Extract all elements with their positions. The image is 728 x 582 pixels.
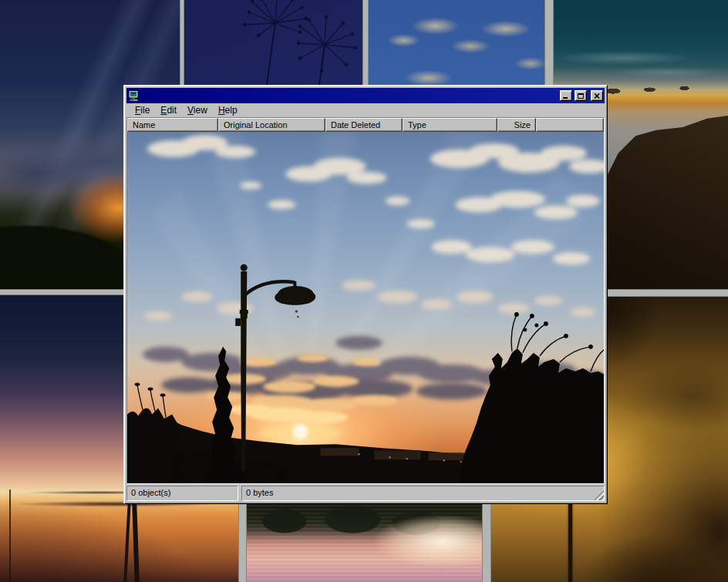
titlebar[interactable] xyxy=(126,88,605,103)
resize-grip[interactable] xyxy=(594,490,604,500)
close-icon xyxy=(594,93,600,99)
column-header-date-deleted[interactable]: Date Deleted xyxy=(325,118,403,132)
column-header-size[interactable]: Size xyxy=(497,118,536,132)
minimize-icon xyxy=(563,97,568,99)
column-header-name[interactable]: Name xyxy=(127,118,218,132)
menu-help[interactable]: Help xyxy=(213,104,243,116)
status-byte-count: 0 bytes xyxy=(241,486,605,501)
statusbar: 0 object(s) 0 bytes xyxy=(126,486,605,501)
minimize-button[interactable] xyxy=(560,90,572,101)
column-header-type[interactable]: Type xyxy=(403,118,497,132)
maximize-button[interactable] xyxy=(575,90,587,101)
menu-view[interactable]: View xyxy=(182,104,213,116)
water-pole xyxy=(132,503,140,582)
right-tree-group-silhouette xyxy=(460,313,604,483)
close-button[interactable] xyxy=(591,90,603,101)
list-view-client: Name Original Location Date Deleted Type… xyxy=(126,117,605,484)
recycle-bin-window: File Edit View Help Name Original Locati… xyxy=(123,85,608,504)
column-header-original-location[interactable]: Original Location xyxy=(218,118,325,132)
thumbnail-forest-reflection-water xyxy=(247,497,482,582)
column-header-filler xyxy=(536,118,604,132)
status-object-count: 0 object(s) xyxy=(126,486,238,501)
sun xyxy=(292,424,308,439)
menu-file[interactable]: File xyxy=(130,104,155,116)
menu-edit[interactable]: Edit xyxy=(155,104,182,116)
column-header-row: Name Original Location Date Deleted Type… xyxy=(127,118,604,132)
water-pole xyxy=(123,502,130,582)
computer-icon[interactable] xyxy=(128,90,140,102)
menubar: File Edit View Help xyxy=(126,103,605,117)
water-pole xyxy=(9,489,11,582)
maximize-icon xyxy=(578,93,584,99)
folder-view-sunset-wallpaper[interactable] xyxy=(127,132,604,483)
